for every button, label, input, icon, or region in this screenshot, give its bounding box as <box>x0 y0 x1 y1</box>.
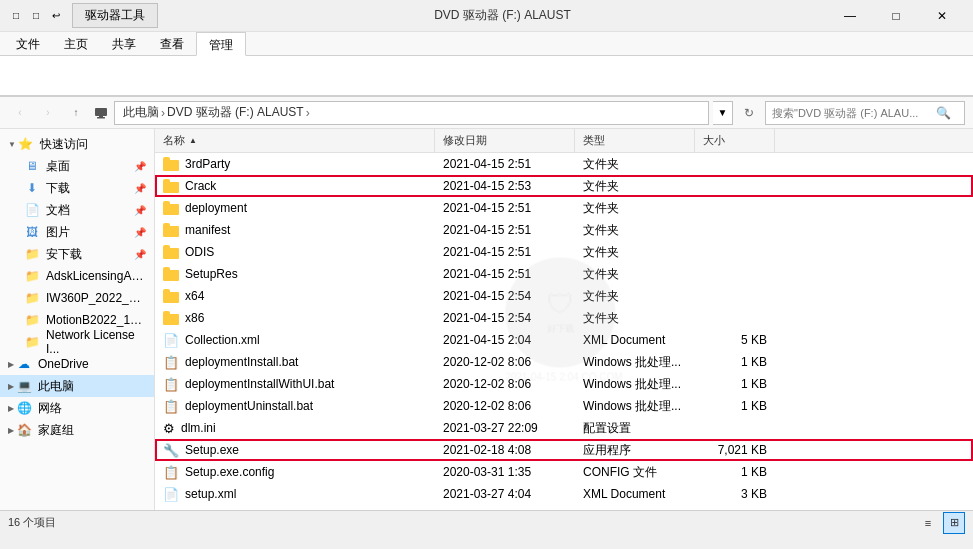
table-row[interactable]: Crack 2021-04-15 2:53 文件夹 <box>155 175 973 197</box>
file-name-cell: 📄 Collection.xml <box>155 329 435 351</box>
file-date-cell: 2020-12-02 8:06 <box>435 395 575 417</box>
sidebar-item-downloads[interactable]: ⬇ 下载 📌 <box>0 177 154 199</box>
sidebar-label: 桌面 <box>46 158 70 175</box>
sidebar-label: 快速访问 <box>40 136 88 153</box>
refresh-button[interactable]: ↻ <box>737 101 761 125</box>
file-date-cell: 2021-04-15 2:53 <box>435 175 575 197</box>
file-type-cell: CONFIG 文件 <box>575 461 695 483</box>
homegroup-icon: 🏠 <box>16 422 32 438</box>
table-row[interactable]: ODIS 2021-04-15 2:51 文件夹 <box>155 241 973 263</box>
table-row[interactable]: 🔧 Setup.exe 2021-02-18 4:08 应用程序 7,021 K… <box>155 439 973 461</box>
tab-home[interactable]: 主页 <box>52 32 100 55</box>
sidebar: ▼ ⭐ 快速访问 🖥 桌面 📌 ⬇ 下载 📌 📄 文档 📌 🖼 图片 📌 📁 安… <box>0 129 155 510</box>
file-size-cell: 1 KB <box>695 461 775 483</box>
table-row[interactable]: manifest 2021-04-15 2:51 文件夹 <box>155 219 973 241</box>
table-row[interactable]: 📄 setup.xml 2021-03-27 4:04 XML Document… <box>155 483 973 505</box>
file-name: x86 <box>185 311 204 325</box>
desktop-icon: 🖥 <box>24 158 40 174</box>
addressbar: ‹ › ↑ 此电脑 › DVD 驱动器 (F:) ALAUST › ▼ ↻ 🔍 <box>0 97 973 129</box>
table-row[interactable]: 3rdParty 2021-04-15 2:51 文件夹 <box>155 153 973 175</box>
table-row[interactable]: 📋 deploymentUninstall.bat 2020-12-02 8:0… <box>155 395 973 417</box>
sidebar-item-network[interactable]: ▶ 🌐 网络 <box>0 397 154 419</box>
file-type-cell: 文件夹 <box>575 153 695 175</box>
file-type-cell: XML Document <box>575 483 695 505</box>
file-name-cell: SetupRes <box>155 263 435 285</box>
file-name: Setup.exe <box>185 443 239 457</box>
maximize-button[interactable]: □ <box>873 0 919 32</box>
search-input[interactable] <box>772 107 932 119</box>
tab-file[interactable]: 文件 <box>4 32 52 55</box>
sidebar-item-iw360[interactable]: 📁 IW360P_2022_G1... <box>0 287 154 309</box>
col-header-date[interactable]: 修改日期 <box>435 129 575 152</box>
path-part-pc[interactable]: 此电脑 <box>123 104 159 121</box>
table-row[interactable]: 📋 Setup.exe.config 2020-03-31 1:35 CONFI… <box>155 461 973 483</box>
file-size-cell: 5 KB <box>695 329 775 351</box>
table-row[interactable]: x86 2021-04-15 2:54 文件夹 <box>155 307 973 329</box>
file-type-cell: XML Document <box>575 329 695 351</box>
file-date-cell: 2021-04-15 2:54 <box>435 285 575 307</box>
table-row[interactable]: 📋 deploymentInstallWithUI.bat 2020-12-02… <box>155 373 973 395</box>
address-dropdown[interactable]: ▼ <box>713 101 733 125</box>
sidebar-item-desktop[interactable]: 🖥 桌面 📌 <box>0 155 154 177</box>
tab-share[interactable]: 共享 <box>100 32 148 55</box>
file-date-cell: 2021-04-15 2:51 <box>435 197 575 219</box>
file-name: ODIS <box>185 245 214 259</box>
statusbar: 16 个项目 ≡ ⊞ <box>0 510 973 534</box>
sidebar-item-network-lic[interactable]: 📁 Network License I... <box>0 331 154 353</box>
file-name-cell: 📋 Setup.exe.config <box>155 461 435 483</box>
path-part-drive[interactable]: DVD 驱动器 (F:) ALAUST <box>167 104 304 121</box>
file-date-cell: 2021-04-15 2:54 <box>435 307 575 329</box>
sidebar-item-adsk[interactable]: 📁 AdskLicensingAge... <box>0 265 154 287</box>
sidebar-label: 网络 <box>38 400 62 417</box>
file-type-cell: Windows 批处理... <box>575 395 695 417</box>
sidebar-item-quick-access[interactable]: ▼ ⭐ 快速访问 <box>0 133 154 155</box>
file-type-cell: 文件夹 <box>575 175 695 197</box>
file-size-cell: 1 KB <box>695 395 775 417</box>
minimize-button[interactable]: — <box>827 0 873 32</box>
file-size-cell <box>695 263 775 285</box>
file-date-cell: 2021-03-27 4:04 <box>435 483 575 505</box>
table-row[interactable]: 📋 deploymentInstall.bat 2020-12-02 8:06 … <box>155 351 973 373</box>
sidebar-item-homegroup[interactable]: ▶ 🏠 家庭组 <box>0 419 154 441</box>
file-type-cell: 文件夹 <box>575 197 695 219</box>
file-date-cell: 2021-04-15 2:51 <box>435 219 575 241</box>
back-button[interactable]: ‹ <box>8 101 32 125</box>
sidebar-item-onedrive[interactable]: ▶ ☁ OneDrive <box>0 353 154 375</box>
forward-button[interactable]: › <box>36 101 60 125</box>
sidebar-item-documents[interactable]: 📄 文档 📌 <box>0 199 154 221</box>
close-button[interactable]: ✕ <box>919 0 965 32</box>
svg-rect-0 <box>95 108 107 116</box>
col-header-size[interactable]: 大小 <box>695 129 775 152</box>
titlebar-system-icons: □ □ ↩ <box>8 8 64 24</box>
file-name: deploymentUninstall.bat <box>185 399 313 413</box>
ribbon-tab-active[interactable]: 驱动器工具 <box>72 3 158 28</box>
tab-view[interactable]: 查看 <box>148 32 196 55</box>
file-size-cell: 1 KB <box>695 351 775 373</box>
table-row[interactable]: SetupRes 2021-04-15 2:51 文件夹 <box>155 263 973 285</box>
folder-icon: 📁 <box>24 246 40 262</box>
ribbon: 文件 主页 共享 查看 管理 <box>0 32 973 97</box>
table-row[interactable]: deployment 2021-04-15 2:51 文件夹 <box>155 197 973 219</box>
detail-view-button[interactable]: ⊞ <box>943 512 965 534</box>
list-view-button[interactable]: ≡ <box>917 512 939 534</box>
col-header-type[interactable]: 类型 <box>575 129 695 152</box>
ribbon-content <box>0 56 973 96</box>
table-row[interactable]: 📄 Collection.xml 2021-04-15 2:04 XML Doc… <box>155 329 973 351</box>
col-header-name[interactable]: 名称 ▲ <box>155 129 435 152</box>
sidebar-item-anzhang[interactable]: 📁 安下载 📌 <box>0 243 154 265</box>
sidebar-item-pictures[interactable]: 🖼 图片 📌 <box>0 221 154 243</box>
search-box[interactable]: 🔍 <box>765 101 965 125</box>
address-path[interactable]: 此电脑 › DVD 驱动器 (F:) ALAUST › <box>114 101 709 125</box>
up-button[interactable]: ↑ <box>64 101 88 125</box>
sidebar-label: IW360P_2022_G1... <box>46 291 146 305</box>
file-name-cell: x64 <box>155 285 435 307</box>
documents-icon: 📄 <box>24 202 40 218</box>
tab-manage[interactable]: 管理 <box>196 32 246 56</box>
sidebar-item-thispc[interactable]: ▶ 💻 此电脑 <box>0 375 154 397</box>
table-row[interactable]: ⚙ dlm.ini 2021-03-27 22:09 配置设置 <box>155 417 973 439</box>
table-row[interactable]: x64 2021-04-15 2:54 文件夹 <box>155 285 973 307</box>
file-name-cell: Crack <box>155 175 435 197</box>
file-date-cell: 2020-12-02 8:06 <box>435 351 575 373</box>
folder-icon: 📁 <box>24 268 40 284</box>
sidebar-label: 下载 <box>46 180 70 197</box>
